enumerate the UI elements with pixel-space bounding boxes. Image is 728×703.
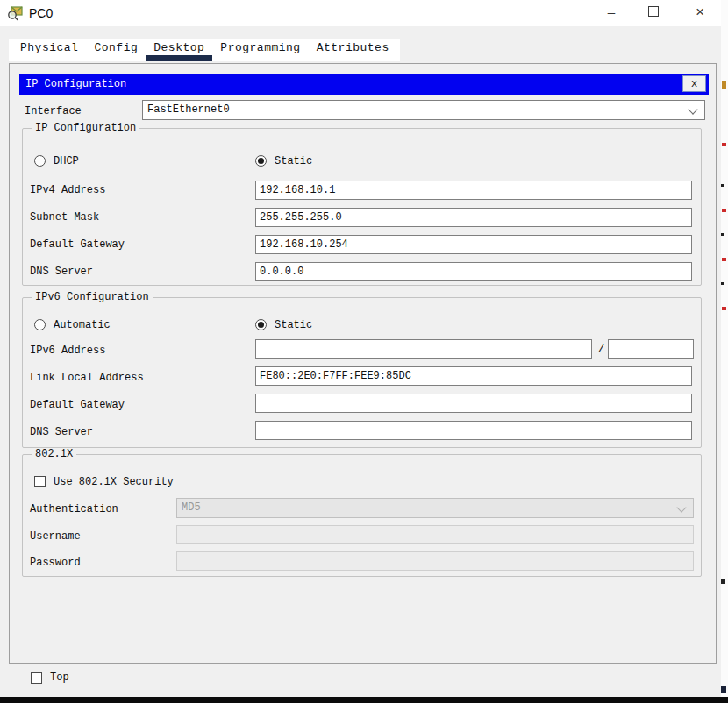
tab-desktop[interactable]: Desktop [146,39,212,61]
ipv6-automatic-radio-label: Automatic [54,319,111,331]
background-sliver-mark [721,233,724,236]
interface-label: Interface [25,105,82,117]
tab-config[interactable]: Config [86,39,146,61]
username-input [176,525,694,544]
dhcp-radio-label: DHCP [54,155,79,167]
close-button[interactable]: × [682,0,718,26]
ipv6-address-label: IPv6 Address [30,344,105,357]
close-icon: × [696,4,704,21]
subnet-mask-label: Subnet Mask [30,211,99,224]
ipconfig-close-button[interactable]: X [682,75,706,92]
dns-server-input[interactable] [255,262,692,281]
chevron-down-icon [688,104,697,114]
ipv4-configuration-group: IP Configuration DHCP Static IPv4 Addres… [22,128,702,286]
radio-selected-icon [255,319,267,330]
link-local-address-input[interactable] [255,366,692,386]
background-sliver-mark [722,307,726,310]
authentication-label: Authentication [30,503,118,515]
ipv4-address-label: IPv4 Address [30,184,105,196]
radio-selected-icon [255,155,267,167]
top-checkbox-row: Top [31,671,69,684]
ipv6-prefix-separator: / [598,342,605,355]
default-gateway-label: Default Gateway [30,238,125,251]
dot1x-group-legend: 802.1X [32,448,76,460]
ipconfig-titlebar: IP Configuration X [19,74,709,95]
tab-programming[interactable]: Programming [212,39,308,61]
dns-server-label: DNS Server [30,266,93,278]
username-label: Username [30,530,81,543]
dialog-body: Physical Config Desktop Programming Attr… [0,26,721,697]
chevron-down-icon [676,502,686,512]
packet-tracer-logo-icon [7,4,24,21]
tab-bar: Physical Config Desktop Programming Attr… [9,39,400,61]
top-checkbox-label: Top [50,671,69,684]
ipv6-configuration-group: IPv6 Configuration Automatic Static IPv6… [22,297,702,448]
ipv4-static-radio-label: Static [275,155,312,167]
background-sliver-mark [721,579,725,584]
window-title: PC0 [29,6,53,20]
ipv6-dns-server-input[interactable] [255,421,692,440]
dhcp-radio[interactable]: DHCP [34,154,79,167]
ipv6-static-radio[interactable]: Static [255,318,312,331]
authentication-select: MD5 [176,498,694,518]
background-sliver-mark [721,686,726,693]
maximize-button[interactable] [635,0,672,26]
ipv6-automatic-radio[interactable]: Automatic [34,318,111,331]
maximize-icon [648,6,659,17]
ipv4-address-input[interactable] [255,181,692,200]
tab-attributes[interactable]: Attributes [309,39,397,61]
interface-select[interactable]: FastEthernet0 [142,100,705,120]
pc0-window: PC0 — × Physical Config Desktop Programm… [0,0,728,703]
minimize-button[interactable]: — [593,0,630,26]
checkbox-icon [34,476,46,487]
authentication-select-value: MD5 [182,501,201,514]
ipv4-static-radio[interactable]: Static [255,154,312,167]
use-802-1x-security-label: Use 802.1X Security [54,476,174,488]
background-sliver-mark [721,282,724,285]
ipv6-group-legend: IPv6 Configuration [32,291,153,303]
top-checkbox[interactable] [31,672,42,684]
radio-icon [34,319,46,330]
dot1x-group: 802.1X Use 802.1X Security Authenticatio… [22,454,702,577]
ipv6-address-input[interactable] [255,339,592,359]
tab-physical[interactable]: Physical [12,39,86,61]
background-window-sliver [721,0,728,697]
background-sliver-mark [722,81,726,89]
default-gateway-input[interactable] [255,235,692,254]
background-sliver-mark [722,209,726,212]
subnet-mask-input[interactable] [255,208,692,227]
ipv4-group-legend: IP Configuration [32,122,139,134]
interface-select-value: FastEthernet0 [147,103,230,116]
background-sliver-mark [722,258,726,261]
ipv6-prefix-input[interactable] [608,339,694,359]
background-sliver-mark [721,184,724,187]
link-local-address-label: Link Local Address [30,372,144,384]
password-input [176,551,694,571]
minimize-icon: — [608,6,615,20]
desktop-tab-content: IP Configuration X Interface FastEtherne… [9,63,717,664]
radio-icon [34,155,46,167]
ipv6-default-gateway-input[interactable] [255,394,692,413]
ipv6-dns-server-label: DNS Server [30,426,93,438]
window-titlebar: PC0 — × [0,0,721,27]
ipv6-default-gateway-label: Default Gateway [30,399,125,411]
background-sliver-mark [722,143,726,146]
use-802-1x-security-checkbox[interactable]: Use 802.1X Security [34,475,174,488]
ipv6-static-radio-label: Static [275,319,312,331]
password-label: Password [30,557,81,569]
bottom-black-bar [0,697,728,703]
ipconfig-title: IP Configuration [25,78,126,90]
